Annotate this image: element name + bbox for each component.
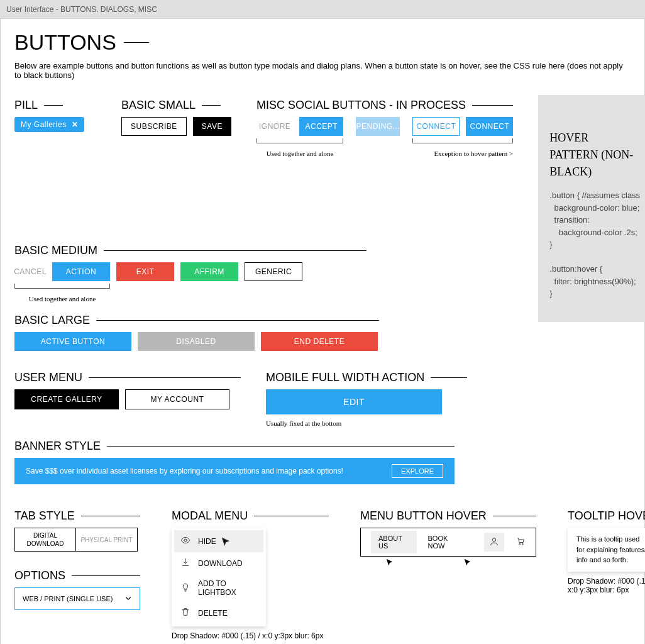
close-icon[interactable]: ✕ (72, 120, 79, 129)
options-select[interactable]: WEB / PRINT (SINGLE USE) (14, 587, 140, 610)
intro-text: Below are example buttons and button fun… (14, 61, 631, 80)
section-banner-title: BANNER STYLE (14, 440, 455, 453)
pill-button[interactable]: My Galleries ✕ (14, 117, 84, 132)
menu-book[interactable]: BOOK NOW (428, 535, 461, 550)
section-basic-small-title: BASIC SMALL (121, 99, 231, 112)
connect-button[interactable]: CONNECT (466, 117, 513, 136)
lightbulb-icon (180, 582, 190, 594)
section-user-menu-title: USER MENU (14, 371, 241, 384)
section-tooltip-title: TOOLTIP HOVER (568, 509, 645, 523)
download-icon (180, 557, 190, 569)
hover-code-panel: HOVER PATTERN (NON-BLACK).button { //ass… (538, 95, 645, 322)
modal-menu: HIDE DOWNLOAD ADD TO LIGHTBOX DELETE (172, 528, 266, 626)
svg-point-3 (522, 543, 523, 545)
page-title: BUTTONS (14, 30, 631, 55)
section-tab-title: TAB STYLE (14, 509, 140, 523)
section-mobile-title: MOBILE FULL WIDTH ACTION (266, 371, 467, 384)
menu-bar: ABOUT US BOOK NOW (360, 528, 536, 557)
my-account-button[interactable]: MY ACCOUNT (125, 389, 229, 409)
cancel-ghost-button[interactable]: CANCEL (14, 267, 46, 276)
cursor-icon (385, 558, 394, 567)
chevron-down-icon (124, 594, 132, 603)
section-options-title: OPTIONS (14, 569, 140, 582)
section-social-title: MISC SOCIAL BUTTONS - IN PROCESS (256, 99, 513, 112)
tab-digital[interactable]: DIGITAL DOWNLOAD (14, 528, 76, 552)
svg-point-1 (492, 538, 495, 541)
trash-icon (180, 607, 190, 619)
end-delete-button[interactable]: END DELETE (261, 332, 378, 351)
exit-button[interactable]: EXIT (116, 262, 174, 281)
medium-caption: Used together and alone (14, 295, 110, 303)
ignore-button[interactable]: IGNORE (256, 122, 293, 131)
subscribe-button[interactable]: SUBSCRIBE (121, 117, 187, 136)
tab-physical[interactable]: PHYSICAL PRINT (76, 528, 138, 552)
action-button[interactable]: ACTION (52, 262, 110, 281)
user-icon[interactable] (484, 533, 504, 552)
social-caption-right: Exception to hover pattern > (412, 150, 513, 157)
cart-icon[interactable] (515, 536, 526, 548)
modal-shadow-note: Drop Shadow: #000 (.15) / x:0 y:3px blur… (172, 631, 329, 640)
banner-text: Save $$$ over individual asset licenses … (26, 467, 343, 475)
explore-button[interactable]: EXPLORE (392, 464, 443, 478)
tooltip: This is a tooltip used for explaining fe… (568, 528, 645, 572)
eye-icon (180, 535, 190, 547)
svg-point-2 (519, 543, 521, 545)
svg-point-0 (184, 539, 187, 541)
options-value: WEB / PRINT (SINGLE USE) (23, 595, 113, 602)
pending-button[interactable]: PENDING... (356, 117, 400, 136)
accept-button[interactable]: ACCEPT (299, 117, 343, 136)
tooltip-shadow-2: x:0 y:3px blur: 6px (568, 586, 645, 594)
menu-item-download[interactable]: DOWNLOAD (174, 552, 263, 574)
window-title: User Interface - BUTTONS. DIALOGS, MISC (6, 5, 157, 14)
menu-item-delete[interactable]: DELETE (174, 602, 263, 624)
generic-button[interactable]: GENERIC (245, 262, 302, 281)
section-menu-hover-title: MENU BUTTON HOVER (360, 509, 536, 523)
pill-label: My Galleries (21, 120, 67, 129)
save-button[interactable]: SAVE (193, 117, 231, 136)
banner: Save $$$ over individual asset licenses … (14, 458, 455, 484)
active-button[interactable]: ACTIVE BUTTON (14, 332, 131, 351)
menu-about[interactable]: ABOUT US (371, 531, 417, 553)
tooltip-shadow-1: Drop Shadow: #000 (.15) (568, 577, 645, 586)
menu-item-hide[interactable]: HIDE (174, 530, 263, 552)
social-caption-left: Used together and alone (256, 150, 343, 157)
section-modal-menu-title: MODAL MENU (172, 509, 329, 523)
hover-panel-title: HOVER PATTERN (NON-BLACK) (549, 130, 640, 180)
section-basic-large-title: BASIC LARGE (14, 314, 379, 327)
create-gallery-button[interactable]: CREATE GALLERY (14, 389, 119, 409)
mobile-note: Usually fixed at the bottom (266, 419, 467, 427)
cursor-icon (463, 558, 472, 567)
connect-outline-button[interactable]: CONNECT (412, 117, 460, 136)
disabled-button: DISABLED (138, 332, 255, 351)
edit-button[interactable]: EDIT (266, 389, 442, 414)
menu-item-lightbox[interactable]: ADD TO LIGHTBOX (174, 574, 263, 602)
hover-code: .button { //assumes class background-col… (549, 191, 640, 298)
window-title-bar: User Interface - BUTTONS. DIALOGS, MISC (0, 0, 645, 19)
section-pill-title: PILL (14, 99, 96, 112)
section-basic-medium-title: BASIC MEDIUM (14, 244, 367, 257)
affirm-button[interactable]: AFFIRM (180, 262, 238, 281)
